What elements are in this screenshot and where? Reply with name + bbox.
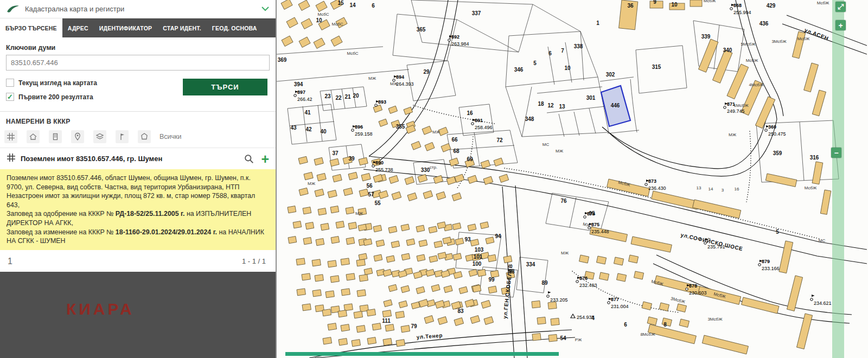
svg-text:12: 12 xyxy=(547,103,554,108)
svg-text:РЖ: РЖ xyxy=(575,337,582,342)
svg-text:83: 83 xyxy=(457,308,464,314)
checkbox-unchecked-icon[interactable] xyxy=(6,79,14,87)
filter-all-label[interactable]: Всички xyxy=(159,133,182,140)
layers-icon[interactable] xyxy=(93,130,106,143)
svg-text:302: 302 xyxy=(606,72,615,78)
svg-text:1: 1 xyxy=(596,20,599,26)
result-item-title: Поземлен имот 83510.657.446, гр. Шумен xyxy=(21,155,162,163)
svg-text:255.738: 255.738 xyxy=(375,167,393,172)
building-icon[interactable] xyxy=(49,130,62,143)
survey-point-icon[interactable] xyxy=(116,130,129,143)
svg-text:330: 330 xyxy=(421,167,430,173)
svg-text:20: 20 xyxy=(353,93,359,99)
svg-text:16: 16 xyxy=(735,187,739,191)
brand-watermark: КИАРА xyxy=(66,300,135,318)
svg-text:76: 76 xyxy=(560,198,567,204)
svg-text:359: 359 xyxy=(773,150,782,156)
svg-text:МЖ: МЖ xyxy=(729,132,737,137)
svg-text:10: 10 xyxy=(564,65,571,71)
svg-text:56: 56 xyxy=(366,183,373,189)
svg-text:3: 3 xyxy=(722,188,724,193)
svg-text:446: 446 xyxy=(611,103,620,108)
svg-text:232.493: 232.493 xyxy=(579,283,597,288)
chevron-down-icon[interactable] xyxy=(261,7,269,11)
svg-text:13: 13 xyxy=(697,186,701,190)
tab-0[interactable]: БЪРЗО ТЪРСЕНЕ xyxy=(0,18,62,37)
checkbox-first-200-label: Първите 200 резултата xyxy=(18,93,93,101)
checkbox-first-200[interactable]: ✓ Първите 200 резултата xyxy=(6,93,97,101)
result-details: Поземлен имот 83510.657.446, област Шуме… xyxy=(0,169,276,250)
add-to-selection-icon[interactable]: + xyxy=(261,154,269,164)
svg-text:МсбС: МсбС xyxy=(317,12,329,17)
svg-text:10: 10 xyxy=(316,17,322,23)
svg-text:231.004: 231.004 xyxy=(611,304,629,309)
svg-text:5: 5 xyxy=(776,229,779,235)
svg-text:43: 43 xyxy=(290,125,297,131)
svg-text:249.745: 249.745 xyxy=(727,108,745,114)
house-icon[interactable] xyxy=(27,130,40,143)
magnifier-icon[interactable] xyxy=(244,154,254,164)
svg-text:40: 40 xyxy=(320,129,327,135)
svg-text:6: 6 xyxy=(548,50,552,56)
map-expand-button[interactable]: ⤢ xyxy=(835,2,846,12)
keywords-input[interactable] xyxy=(6,55,270,71)
tab-1[interactable]: АДРЕС xyxy=(62,18,94,37)
search-panel: Ключови думи Текущ изглед на картата ✓ П… xyxy=(0,37,276,272)
divider xyxy=(0,111,276,112)
search-button[interactable]: ТЪРСИ xyxy=(183,79,267,95)
svg-text:МсбЖ: МсбЖ xyxy=(797,36,810,41)
svg-text:МЖ: МЖ xyxy=(355,211,363,216)
panel-footer: КИАРА xyxy=(0,272,276,358)
grid-icon[interactable] xyxy=(4,130,17,143)
tab-2[interactable]: ИДЕНТИФИКАТОР xyxy=(94,18,157,37)
current-page[interactable]: 1 xyxy=(8,257,12,266)
map-zoom-out-button[interactable]: − xyxy=(831,148,841,158)
left-panel: Кадастрална карта и регистри БЪРЗО ТЪРСЕ… xyxy=(0,0,277,358)
svg-text:877: 877 xyxy=(611,297,619,302)
svg-text:8: 8 xyxy=(663,322,667,328)
panel-header: Кадастрална карта и регистри xyxy=(0,0,276,18)
svg-text:29: 29 xyxy=(423,69,430,75)
svg-text:890: 890 xyxy=(375,160,384,165)
svg-text:МС: МС xyxy=(542,142,550,147)
svg-text:103: 103 xyxy=(475,247,484,253)
svg-text:875: 875 xyxy=(591,222,599,227)
pin-icon[interactable] xyxy=(71,130,84,143)
svg-text:3МсбЖ: 3МсбЖ xyxy=(707,317,723,322)
svg-text:896: 896 xyxy=(355,124,363,130)
svg-text:334: 334 xyxy=(526,261,535,267)
svg-text:13: 13 xyxy=(559,104,565,110)
map-canvas[interactable]: 3373653693941338293465671018121330130244… xyxy=(277,0,868,358)
result-item[interactable]: Поземлен имот 83510.657.446, гр. Шумен + xyxy=(0,148,276,169)
svg-text:ул.Тенер: ул.Тенер xyxy=(416,333,443,340)
svg-text:316: 316 xyxy=(810,155,819,161)
cadastral-map[interactable]: 3373653693941338293465671018121330130244… xyxy=(277,0,867,358)
search-options-row: Текущ изглед на картата ✓ Първите 200 ре… xyxy=(6,79,267,107)
svg-text:МсбЖ: МсбЖ xyxy=(817,1,829,5)
svg-text:54: 54 xyxy=(560,335,566,341)
page-count: 1 - 1 / 1 xyxy=(242,257,266,265)
svg-text:72: 72 xyxy=(496,137,503,143)
svg-text:7: 7 xyxy=(561,48,564,54)
svg-text:68: 68 xyxy=(453,148,459,154)
map-zoom-in-button[interactable]: + xyxy=(835,20,846,30)
checkbox-current-map-view[interactable]: Текущ изглед на картата xyxy=(6,79,97,87)
svg-text:892: 892 xyxy=(451,34,459,40)
svg-text:893: 893 xyxy=(378,99,386,105)
svg-text:230.603: 230.603 xyxy=(689,290,707,296)
tab-4[interactable]: ГЕОД. ОСНОВА xyxy=(207,18,263,37)
svg-text:340: 340 xyxy=(723,47,732,53)
svg-text:348: 348 xyxy=(525,116,534,122)
svg-text:355: 355 xyxy=(396,124,405,130)
svg-text:111: 111 xyxy=(382,318,391,324)
polygon-icon[interactable] xyxy=(138,130,151,143)
search-tabs: БЪРЗО ТЪРСЕНЕАДРЕСИДЕНТИФИКАТОРСТАР ИДЕН… xyxy=(0,18,276,37)
svg-text:236.430: 236.430 xyxy=(648,186,666,191)
checkbox-checked-icon[interactable]: ✓ xyxy=(6,93,14,101)
svg-text:23: 23 xyxy=(324,93,331,99)
app-root: Кадастрална карта и регистри БЪРЗО ТЪРСЕ… xyxy=(0,0,868,358)
svg-text:879: 879 xyxy=(762,259,770,264)
tab-3[interactable]: СТАР ИДЕНТ. xyxy=(157,18,207,37)
svg-text:337: 337 xyxy=(472,10,481,16)
svg-text:14: 14 xyxy=(349,2,356,8)
